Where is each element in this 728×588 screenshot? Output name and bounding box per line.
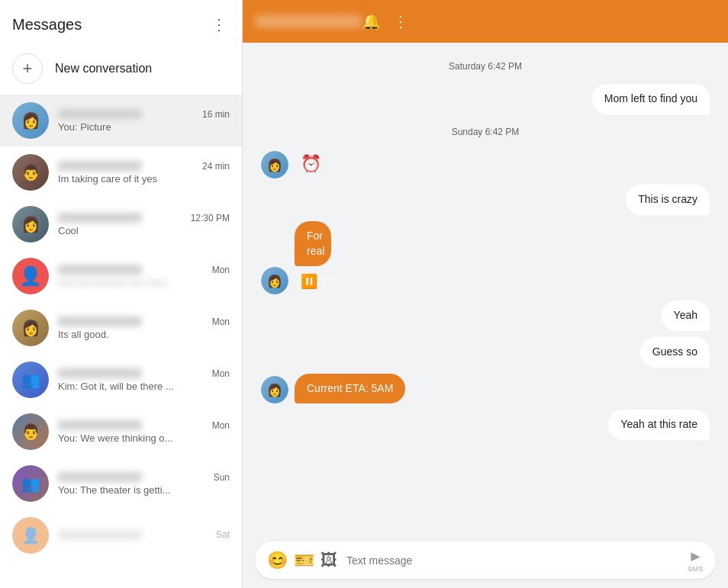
- contact-name-blurred: [58, 530, 142, 540]
- message-bubble: Yeah at this rate: [608, 410, 710, 440]
- new-conversation-label: New conversation: [55, 62, 152, 76]
- sticker-icon[interactable]: 🎫: [294, 551, 314, 570]
- contact-name-blurred: [58, 265, 142, 275]
- notification-icon[interactable]: 🔔: [362, 12, 381, 31]
- conv-time: Mon: [212, 368, 230, 379]
- avatar: 👤: [12, 517, 49, 554]
- send-button[interactable]: ► SMS: [688, 548, 704, 573]
- emoji-text: ??: [321, 275, 333, 290]
- avatar: 👤: [12, 258, 49, 294]
- message-bubble: Yeah: [662, 300, 710, 331]
- chat-messages: Saturday 6:42 PM Mom left to find you Su…: [243, 43, 728, 532]
- message-row: 👩 ⏰: [261, 149, 710, 179]
- list-item[interactable]: 👩 16 min You: Picture: [0, 95, 242, 146]
- message-row: Guess so: [261, 337, 710, 368]
- message-row: 👩 For real ⏸️ ??: [261, 221, 710, 294]
- message-row: Yeah: [261, 300, 710, 331]
- avatar: 👩: [12, 102, 49, 139]
- avatar: 👩: [261, 267, 288, 294]
- list-item[interactable]: 👨 Mon You: We were thinking o...: [0, 406, 242, 458]
- message-bubble: Guess so: [640, 337, 710, 368]
- list-item[interactable]: 👩 12:30 PM Cool: [0, 198, 242, 250]
- conv-preview: blurred preview text here: [58, 277, 230, 288]
- message-bubble: For real: [295, 221, 331, 266]
- message-row: This is crazy: [261, 185, 710, 215]
- message-bubble: Mom left to find you: [592, 84, 710, 114]
- conv-preview: Im taking care of it yes: [58, 173, 230, 185]
- contact-name-blurred: [58, 316, 142, 326]
- list-item[interactable]: 👤 Mon blurred preview text here: [0, 250, 242, 302]
- message-input[interactable]: [346, 554, 678, 567]
- date-divider-saturday: Saturday 6:42 PM: [261, 61, 710, 72]
- contact-name-blurred: [58, 472, 142, 482]
- avatar: 👥: [12, 465, 49, 502]
- list-item[interactable]: 👩 Mon Its all good.: [0, 302, 242, 354]
- conversation-list: 👩 16 min You: Picture 👨 24 min Im taki: [0, 95, 242, 588]
- list-item[interactable]: 👥 Mon Kim: Got it, will be there ...: [0, 354, 242, 406]
- message-row: Mom left to find you: [261, 84, 710, 114]
- sidebar-header: Messages ⋮: [0, 0, 242, 43]
- avatar: 👨: [12, 154, 49, 191]
- contact-name-blurred: [58, 161, 142, 171]
- conv-time: 12:30 PM: [191, 213, 230, 223]
- list-item[interactable]: 👤 Sat: [0, 509, 242, 561]
- conv-preview: You: The theater is getti...: [58, 484, 230, 496]
- chat-input-area: 😊 🎫 🖼 ► SMS: [255, 541, 716, 579]
- conv-preview: Cool: [58, 225, 230, 236]
- date-divider-sunday: Sunday 6:42 PM: [261, 127, 710, 137]
- send-icon: ►: [688, 548, 704, 565]
- contact-name-blurred: [58, 368, 142, 378]
- emoji-picker-icon[interactable]: 😊: [267, 551, 288, 570]
- conv-preview: Its all good.: [58, 329, 230, 340]
- message-bubble-emoji: ⏸️ ??: [295, 269, 331, 294]
- input-icons: 😊 🎫 🖼: [267, 551, 337, 570]
- conv-time: 24 min: [202, 161, 230, 172]
- send-label: SMS: [688, 565, 704, 573]
- list-item[interactable]: 👨 24 min Im taking care of it yes: [0, 146, 242, 198]
- avatar: 👩: [261, 151, 288, 178]
- contact-name-blurred: [58, 420, 142, 430]
- plus-icon: +: [12, 53, 43, 84]
- app-title: Messages: [12, 16, 82, 34]
- chat-main: 🔔 ⋮ Saturday 6:42 PM Mom left to find yo…: [243, 0, 728, 588]
- message-bubble: This is crazy: [626, 185, 710, 215]
- contact-name-blurred: [58, 213, 142, 223]
- chat-header: 🔔 ⋮: [243, 0, 728, 43]
- emoji-content: ⏰: [301, 153, 321, 176]
- conv-preview: Kim: Got it, will be there ...: [58, 381, 230, 392]
- conv-time: Mon: [212, 265, 230, 275]
- header-icons: 🔔 ⋮: [362, 12, 408, 31]
- avatar: 👥: [12, 361, 49, 398]
- list-item[interactable]: 👥 Sun You: The theater is getti...: [0, 458, 242, 509]
- avatar: 👨: [12, 413, 49, 450]
- more-options-icon[interactable]: ⋮: [393, 12, 408, 31]
- message-row: Yeah at this rate: [261, 410, 710, 440]
- conv-time: Sun: [214, 472, 230, 483]
- conv-time: Sat: [216, 529, 230, 540]
- emoji-pause: ⏸️: [301, 272, 317, 291]
- conv-preview: You: Picture: [58, 121, 230, 133]
- contact-name-blurred: [58, 109, 142, 119]
- avatar: 👩: [12, 310, 49, 346]
- conv-time: Mon: [212, 316, 230, 327]
- avatar: 👩: [261, 376, 288, 403]
- chat-contact-name-blurred: [255, 14, 362, 28]
- new-conversation-button[interactable]: + New conversation: [0, 43, 242, 95]
- sidebar: Messages ⋮ + New conversation 👩 16 min Y…: [0, 0, 243, 588]
- conv-time: 16 min: [202, 109, 230, 120]
- conv-preview: You: We were thinking o...: [58, 432, 230, 444]
- message-row: 👩 Current ETA: 5AM: [261, 374, 710, 404]
- avatar: 👩: [12, 206, 49, 243]
- message-bubble-emoji: ⏰: [295, 149, 327, 179]
- image-attach-icon[interactable]: 🖼: [321, 551, 337, 570]
- sidebar-menu-icon[interactable]: ⋮: [208, 12, 230, 37]
- message-bubble: Current ETA: 5AM: [295, 374, 405, 404]
- conv-time: Mon: [212, 420, 230, 431]
